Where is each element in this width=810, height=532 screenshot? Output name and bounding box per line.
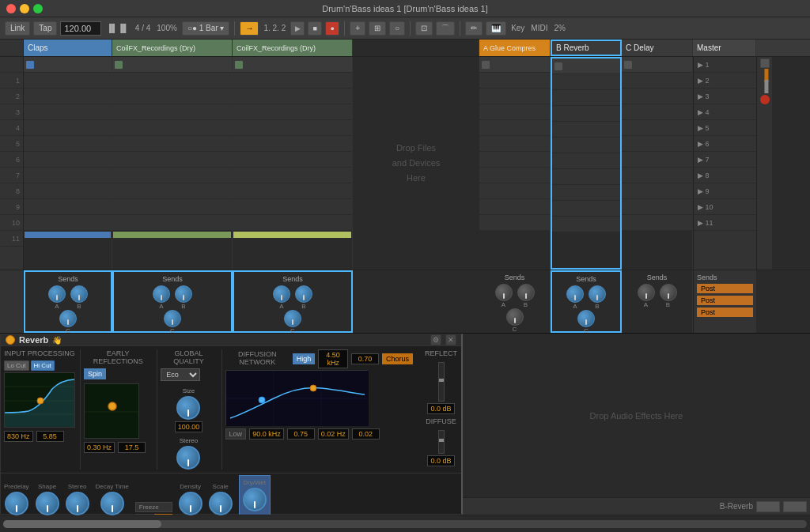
spin-button[interactable]: Spin [84, 368, 106, 379]
minimize-button[interactable] [20, 4, 29, 13]
clip-cell[interactable] [552, 217, 620, 232]
clip-cell[interactable] [622, 89, 692, 104]
clip-cell[interactable] [622, 136, 692, 152]
follow-button[interactable]: ⊞ [369, 21, 386, 36]
clip-cell[interactable] [552, 153, 620, 169]
clip-cell[interactable] [479, 183, 550, 199]
send-c-knob[interactable] [284, 310, 301, 327]
low-button[interactable]: Low [225, 428, 247, 440]
play-button[interactable]: ▶ [290, 21, 305, 36]
clip-cell[interactable] [479, 73, 550, 89]
loop-button[interactable]: + [350, 21, 365, 36]
clip-cell[interactable] [233, 57, 352, 73]
clip-cell[interactable] [24, 199, 112, 215]
clip-cell[interactable] [552, 74, 620, 90]
clip-cell[interactable] [112, 215, 232, 231]
stereo-knob[interactable] [176, 446, 200, 470]
plugin-settings-button[interactable]: ⚙ [430, 334, 441, 345]
clip-cell[interactable] [233, 152, 352, 168]
clip-cell[interactable] [622, 199, 692, 215]
clip-cell[interactable] [552, 169, 620, 185]
bpm-input[interactable] [60, 21, 101, 36]
clip-cell[interactable] [233, 215, 352, 231]
session-view-button[interactable]: ⊡ [415, 21, 433, 36]
send-c-knob[interactable] [506, 308, 524, 326]
maximize-button[interactable] [33, 4, 43, 13]
send-b-knob[interactable] [295, 285, 312, 303]
clip-cell[interactable] [24, 104, 112, 120]
clip-cell[interactable] [622, 104, 692, 120]
clip-cell[interactable] [479, 168, 550, 183]
clip-cell[interactable] [552, 185, 620, 201]
clip-cell[interactable] [622, 168, 692, 183]
send-a-knob[interactable] [48, 285, 66, 303]
arrangement-icon[interactable]: → [240, 21, 259, 36]
clip-cell[interactable] [24, 215, 112, 231]
draw-mode[interactable]: ✏ [465, 21, 483, 36]
close-panel-button[interactable] [760, 95, 770, 104]
clip-cell[interactable] [233, 199, 352, 215]
clip-cell[interactable] [622, 152, 692, 168]
decay-knob[interactable] [100, 492, 124, 515]
clip-cell[interactable] [112, 199, 232, 215]
track-header-claps[interactable]: Claps [24, 40, 112, 56]
clip-cell[interactable] [479, 120, 550, 136]
clip-cell[interactable] [622, 120, 692, 136]
clip-cell[interactable] [479, 57, 550, 73]
clip-cell[interactable] [24, 73, 112, 89]
scroll-track[interactable] [3, 520, 807, 528]
clip-cell[interactable] [622, 57, 692, 73]
piano-roll[interactable]: 🎹 [486, 21, 506, 36]
track-header-breverb[interactable]: B Reverb [551, 40, 622, 56]
quality-dropdown[interactable]: Eco Good High [161, 368, 200, 381]
plugin-close-button[interactable]: ✕ [445, 334, 456, 345]
clip-cell[interactable] [233, 183, 352, 199]
record-button[interactable]: ● [325, 21, 339, 36]
diffuse-slider[interactable] [438, 430, 445, 454]
clip-cell[interactable] [233, 73, 352, 89]
clip-cell[interactable] [552, 90, 620, 106]
post-button-b[interactable]: Post [697, 296, 753, 305]
clip-cell[interactable] [552, 201, 620, 217]
record-mode[interactable]: ○● 1 Bar ▾ [182, 21, 230, 36]
track-header-master[interactable]: Master [693, 40, 756, 56]
clip-cell[interactable] [233, 136, 352, 152]
reflect-slider[interactable] [438, 362, 445, 402]
clip-cell[interactable] [112, 89, 232, 104]
clip-cell[interactable] [24, 89, 112, 104]
session-button[interactable]: ▐ [761, 70, 769, 81]
density-knob[interactable] [179, 492, 202, 515]
clip-cell[interactable] [112, 120, 232, 136]
lo-cut-button[interactable]: Lo Cut [4, 360, 29, 371]
clip-cell[interactable] [552, 138, 620, 153]
clip-cell[interactable] [622, 183, 692, 199]
dry-wet-knob[interactable] [243, 488, 267, 511]
send-b-knob[interactable] [589, 285, 606, 303]
send-c-knob[interactable] [59, 310, 77, 327]
clip-cell[interactable] [622, 215, 692, 231]
clip-cell[interactable] [24, 152, 112, 168]
hi-cut-button[interactable]: Hi Cut [31, 360, 55, 371]
post-button-a[interactable]: Post [697, 284, 753, 293]
send-a-knob[interactable] [566, 285, 584, 303]
clip-cell[interactable] [24, 136, 112, 152]
track-header-cdelay[interactable]: C Delay [622, 40, 693, 56]
send-a-knob[interactable] [273, 285, 290, 303]
clip-cell[interactable] [552, 122, 620, 138]
clip-cell[interactable] [233, 168, 352, 183]
send-a-knob[interactable] [495, 284, 513, 301]
close-button[interactable] [6, 4, 16, 13]
clip-cell[interactable] [233, 89, 352, 104]
clip-cell[interactable] [112, 183, 232, 199]
track-header-coilfx1[interactable]: CoilFX_Recordings (Dry) [112, 40, 233, 56]
clip-cell[interactable] [479, 152, 550, 168]
clip-cell[interactable] [233, 104, 352, 120]
clip-cell[interactable] [24, 120, 112, 136]
clip-cell[interactable] [112, 152, 232, 168]
link-button[interactable]: Link [5, 21, 30, 36]
send-a-knob[interactable] [638, 284, 655, 301]
send-b-knob[interactable] [70, 285, 88, 303]
chorus-button[interactable]: Chorus [382, 353, 413, 364]
predelay-knob[interactable] [5, 492, 28, 515]
clip-cell[interactable] [552, 58, 620, 74]
